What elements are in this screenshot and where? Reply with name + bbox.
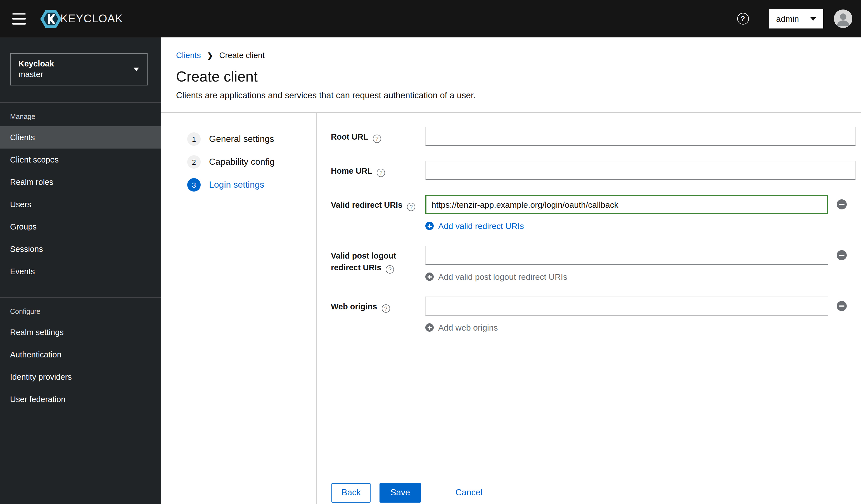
page-title: Create client [176,68,848,85]
wizard-footer: Back Save Cancel [331,483,482,502]
web-origins-label: Web origins? [331,302,390,311]
form-row-web-origins: Web origins? Add web origins [331,296,857,332]
user-menu-label: admin [776,14,799,24]
step-number-badge: 2 [187,155,201,169]
keycloak-logo: KEYCLOAK [40,9,123,28]
home-url-label: Home URL? [331,166,385,176]
chevron-down-icon [134,68,139,71]
web-origins-input[interactable] [425,296,828,316]
step-number-badge: 1 [187,132,201,146]
step-number-badge: 3 [187,178,201,192]
root-url-input[interactable] [425,127,856,146]
masthead: KEYCLOAK ? admin [0,0,861,38]
add-post-logout-uri-button[interactable]: Add valid post logout redirect URIs [425,272,567,281]
sidebar-section-configure: Configure Realm settings Authentication … [0,297,161,410]
user-menu-dropdown[interactable]: admin [769,9,823,28]
sidebar-item-authentication[interactable]: Authentication [0,344,161,366]
realm-selector-current: master [18,69,54,80]
page-header: Clients ❯ Create client Create client Cl… [161,38,861,113]
sidebar-item-user-federation[interactable]: User federation [0,388,161,410]
page-description: Clients are applications and services th… [176,90,848,100]
sidebar-item-sessions[interactable]: Sessions [0,238,161,260]
step-label: General settings [209,134,274,144]
help-icon[interactable]: ? [377,169,385,177]
add-web-origin-button[interactable]: Add web origins [425,323,498,332]
breadcrumb: Clients ❯ Create client [176,51,848,60]
wizard-nav: 1 General settings 2 Capability config 3… [161,113,317,504]
form-row-home-url: Home URL? [331,161,857,180]
realm-selector-title: Keycloak [18,59,54,69]
keycloak-admin-console: KEYCLOAK ? admin Keycloak master [0,0,861,504]
help-icon[interactable]: ? [381,304,390,313]
add-valid-redirect-uri-button[interactable]: Add valid redirect URIs [425,221,524,230]
wizard-content: 1 General settings 2 Capability config 3… [161,113,861,504]
save-button[interactable]: Save [380,483,421,502]
hamburger-menu-icon[interactable] [12,13,26,24]
plus-circle-icon [425,272,434,281]
help-icon[interactable]: ? [737,13,749,25]
sidebar-item-users[interactable]: Users [0,193,161,215]
help-icon[interactable]: ? [407,203,415,211]
breadcrumb-clients-link[interactable]: Clients [176,51,201,60]
valid-redirect-uris-label: Valid redirect URIs? [331,200,415,209]
remove-post-logout-uri-button[interactable] [837,250,847,260]
plus-circle-icon [425,323,434,332]
cancel-button[interactable]: Cancel [455,483,483,502]
help-icon[interactable]: ? [373,135,381,143]
step-label: Login settings [209,180,264,190]
form-row-post-logout-redirect-uris: Valid post logoutredirect URIs? Add vali… [331,246,857,281]
chevron-down-icon [810,17,816,20]
wizard-step-login-settings[interactable]: 3 Login settings [187,178,264,192]
post-logout-redirect-uri-input[interactable] [425,246,828,265]
valid-redirect-uri-input[interactable] [425,195,828,214]
masthead-toolbar: ? admin [737,9,852,28]
avatar[interactable] [834,10,852,28]
login-settings-form: Root URL? Home URL? [317,113,861,504]
sidebar-item-events[interactable]: Events [0,260,161,283]
form-row-root-url: Root URL? [331,127,857,146]
sidebar-item-realm-settings[interactable]: Realm settings [0,321,161,344]
sidebar-item-realm-roles[interactable]: Realm roles [0,171,161,193]
sidebar-heading-configure: Configure [0,308,161,321]
sidebar-heading-manage: Manage [0,113,161,126]
back-button[interactable]: Back [331,483,371,502]
plus-circle-icon [425,222,434,230]
root-url-label: Root URL? [331,132,381,141]
sidebar-item-client-scopes[interactable]: Client scopes [0,149,161,171]
chevron-right-icon: ❯ [207,51,213,59]
wizard-step-capability-config[interactable]: 2 Capability config [187,155,275,169]
wizard-step-general-settings[interactable]: 1 General settings [187,132,274,146]
realm-selector[interactable]: Keycloak master [10,53,148,85]
keycloak-logo-icon [40,9,62,28]
breadcrumb-current: Create client [219,51,265,60]
post-logout-redirect-uris-label: Valid post logoutredirect URIs? [331,251,396,272]
remove-redirect-uri-button[interactable] [837,199,847,209]
sidebar-item-groups[interactable]: Groups [0,215,161,238]
sidebar: Keycloak master Manage Clients Client sc… [0,38,161,504]
main-content: Clients ❯ Create client Create client Cl… [161,38,861,504]
step-label: Capability config [209,157,275,167]
home-url-input[interactable] [425,161,856,180]
sidebar-section-manage: Manage Clients Client scopes Realm roles… [0,102,161,283]
help-icon[interactable]: ? [386,265,394,274]
form-row-valid-redirect-uris: Valid redirect URIs? Add valid redirect … [331,195,857,230]
remove-web-origin-button[interactable] [837,301,847,311]
sidebar-item-clients[interactable]: Clients [0,126,161,149]
sidebar-item-identity-providers[interactable]: Identity providers [0,366,161,388]
brand-text: KEYCLOAK [60,12,123,25]
